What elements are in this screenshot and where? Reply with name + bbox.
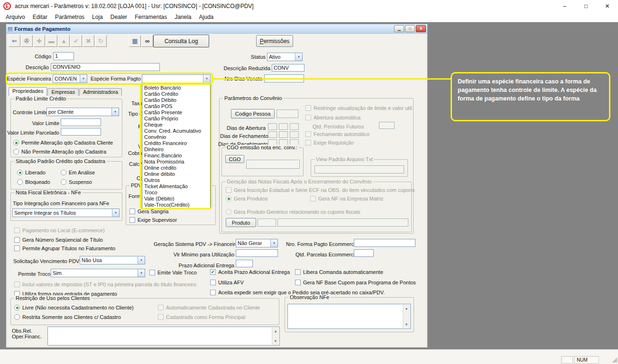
- checkbox-fechamento-automatico[interactable]: Fechamento automático: [305, 131, 369, 137]
- checkbox-inclui-impostos[interactable]: Inclui valores de impostos (ST e IPI) na…: [14, 282, 196, 287]
- dropdown-option[interactable]: Cheque: [142, 122, 210, 128]
- minimize-button[interactable]: –: [554, 0, 575, 12]
- menu-parametros[interactable]: Parâmetros: [51, 12, 88, 22]
- dias-abertura-field-1[interactable]: [268, 123, 277, 130]
- checkbox-permite-agrupar[interactable]: Permite Agrupar Títulos no Faturamento: [14, 246, 115, 251]
- confirm-icon[interactable]: ✔: [70, 35, 82, 47]
- menu-janela[interactable]: Janela: [171, 12, 195, 22]
- checkbox-exige-supervisor[interactable]: Exige Supervisor: [129, 217, 177, 223]
- controle-limite-combo[interactable]: por Cliente▼: [46, 108, 119, 116]
- menu-loja[interactable]: Loja: [88, 12, 107, 22]
- qtd-periodos-futuros-field[interactable]: [379, 122, 395, 129]
- dropdown-option[interactable]: Outros: [142, 177, 210, 183]
- menu-editar[interactable]: Editar: [29, 12, 51, 22]
- dropdown-option[interactable]: Cartão Débito: [142, 97, 210, 103]
- checkbox-gera-inscricao[interactable]: Gera Inscrição Estadual e Série ECF na O…: [226, 187, 415, 193]
- child-titlebar[interactable]: ▤ Formas de Pagamento ▁ □ ✕: [6, 24, 427, 34]
- tab-administradora[interactable]: Administradora: [79, 88, 122, 96]
- descricao-field[interactable]: CONVENIO: [51, 63, 160, 71]
- scroll-down-icon[interactable]: ▼: [405, 321, 408, 328]
- resize-grip[interactable]: ◢: [612, 355, 617, 363]
- chevron-down-icon[interactable]: ▼: [295, 53, 302, 61]
- codigo-pessoa-field[interactable]: [277, 109, 298, 118]
- scroll-down-icon[interactable]: ▼: [274, 338, 277, 344]
- geracao-sistema-combo[interactable]: Não Gerar▼: [236, 239, 278, 247]
- produto-descricao-field[interactable]: [277, 218, 408, 227]
- checkbox-auto-cadastrada[interactable]: Automaticamente Cadastrada no Cliente: [158, 305, 260, 310]
- checkbox-forma-principal[interactable]: Cadastrada como Forma Principal: [158, 314, 245, 320]
- especie-financeira-combo[interactable]: CONVEN▼: [53, 74, 87, 83]
- checkbox-restringe-visualizacao[interactable]: Restringe visualização de limite e valor…: [305, 105, 413, 111]
- dropdown-option[interactable]: Financ.Bancário: [142, 153, 210, 159]
- scrollbar[interactable]: ▲▼: [272, 328, 279, 345]
- chevron-down-icon[interactable]: ▼: [203, 75, 210, 82]
- checkbox-exige-requisicao[interactable]: Exige Requisição: [305, 140, 354, 146]
- scroll-up-icon[interactable]: ▲: [274, 328, 277, 334]
- child-restore-button[interactable]: □: [405, 25, 415, 32]
- status-combo[interactable]: Ativo▼: [267, 53, 303, 61]
- radio-gera-produtos[interactable]: Gera Produtos: [226, 196, 268, 201]
- dropdown-option[interactable]: Vale-Troco(Crédito): [142, 202, 210, 208]
- dropdown-option[interactable]: Dinheiro: [142, 146, 210, 153]
- radio-gera-produto-generico[interactable]: Gera Produto Genérico relacionando os cu…: [226, 209, 360, 215]
- binoculars-icon[interactable]: ∞: [141, 35, 153, 47]
- radio-nao-permite-alteracao[interactable]: Não Permite Alteração qdo Cadastra: [13, 149, 106, 155]
- cgo-field[interactable]: [246, 160, 300, 169]
- dropdown-option[interactable]: Conv. Cred. Acumulativo: [142, 128, 210, 134]
- attach-icon[interactable]: ✇: [21, 35, 33, 47]
- valor-limite-parcelado-field[interactable]: [61, 128, 101, 136]
- dropdown-option[interactable]: Cartão Crédito: [142, 91, 210, 97]
- radio-suspenso[interactable]: Suspenso: [61, 179, 92, 185]
- radio-restrita[interactable]: Restrita Somente aos Clientes c/ Cadastr…: [14, 314, 121, 320]
- checkbox-gera-sangria[interactable]: Gera Sangria: [129, 209, 168, 214]
- prazo-adicional-field[interactable]: [236, 260, 253, 267]
- checkbox-emite-vale-troco[interactable]: Emite Vale Troco: [149, 270, 197, 275]
- produto-button[interactable]: Produto: [226, 218, 256, 227]
- exit-icon[interactable]: ⇐: [9, 35, 20, 47]
- dias-fechamento-field-3[interactable]: [290, 131, 299, 138]
- dropdown-option[interactable]: Ticket Alimentação: [142, 183, 210, 190]
- dias-fechamento-field-2[interactable]: [279, 131, 288, 138]
- permissoes-button[interactable]: Permissões: [256, 35, 293, 47]
- dropdown-option[interactable]: Troco: [142, 190, 210, 196]
- solicitacao-vencimento-combo[interactable]: Não Usa▼: [80, 256, 145, 264]
- menu-ferramentas[interactable]: Ferramentas: [131, 12, 171, 22]
- delete-icon[interactable]: ▬: [46, 35, 57, 47]
- dropdown-option[interactable]: Cartão Próprio: [142, 116, 210, 122]
- close-button[interactable]: ✕: [597, 0, 618, 12]
- chevron-down-icon[interactable]: ▼: [112, 209, 119, 217]
- child-minimize-button[interactable]: ▁: [394, 25, 404, 32]
- dropdown-option[interactable]: Online crédito: [142, 165, 210, 171]
- valor-limite-field[interactable]: [61, 118, 101, 126]
- tab-propriedades[interactable]: Propriedades: [9, 87, 47, 96]
- checkbox-abertura-automatica[interactable]: Abertura automática: [305, 115, 360, 120]
- obs-rel-textarea[interactable]: ▲▼: [47, 327, 280, 346]
- tab-empresas[interactable]: Empresas: [47, 88, 79, 96]
- consulta-log-button[interactable]: Consulta Log: [153, 35, 209, 47]
- checkbox-gera-nf-matriz[interactable]: Gera NF na Empresa Matriz: [310, 196, 384, 201]
- cancel-icon[interactable]: ✖: [83, 35, 94, 47]
- dropdown-option[interactable]: Crédito Financeiro: [142, 140, 210, 146]
- scrollbar[interactable]: ▲▼: [403, 305, 410, 328]
- dropdown-option[interactable]: Online débito: [142, 171, 210, 177]
- chevron-down-icon[interactable]: ▼: [138, 256, 145, 264]
- descricao-reduzida-field[interactable]: CONV: [272, 64, 304, 72]
- checkbox-aceita-prazo[interactable]: Aceita Prazo Adicional Entrega: [210, 269, 290, 275]
- add-icon[interactable]: ✚: [33, 35, 45, 47]
- permite-troco-combo[interactable]: Sim▼: [51, 269, 145, 277]
- dias-fechamento-field-1[interactable]: [268, 131, 277, 138]
- checkbox-pagamento-local[interactable]: Pagamento no Local (E-commerce): [14, 228, 105, 233]
- radio-bloqueado[interactable]: Bloqueado: [17, 179, 50, 185]
- dropdown-option[interactable]: Boleto Bancário: [142, 85, 210, 91]
- produto-codigo-field[interactable]: [258, 218, 276, 227]
- nro-forma-ecommerce-field[interactable]: [354, 239, 415, 247]
- observacao-nfe-textarea[interactable]: ▲▼: [287, 304, 411, 329]
- checkbox-gera-nf-base[interactable]: Gera NF Base Cupom para Programa de Pont…: [295, 280, 416, 285]
- scroll-up-icon[interactable]: ▲: [405, 305, 408, 311]
- qtd-parcelas-field[interactable]: [354, 249, 374, 257]
- dias-abertura-field-2[interactable]: [279, 123, 288, 130]
- edit-icon[interactable]: ▲: [58, 35, 70, 47]
- chevron-down-icon[interactable]: ▼: [270, 239, 277, 247]
- chevron-down-icon[interactable]: ▼: [138, 269, 145, 277]
- checkbox-gera-numero-sequencial[interactable]: Gera Número Seqüencial de Título: [14, 237, 103, 243]
